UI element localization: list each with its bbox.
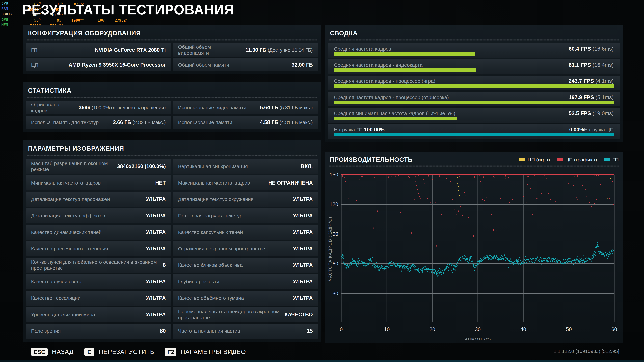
- data-point: [583, 259, 584, 260]
- data-point: [472, 263, 473, 264]
- data-point: [478, 261, 479, 262]
- data-point: [609, 198, 610, 199]
- fps-bar: [334, 84, 614, 88]
- data-point: [508, 260, 509, 261]
- data-point: [450, 181, 451, 182]
- data-point: [508, 267, 509, 268]
- data-point: [516, 261, 516, 262]
- footer-hint-c[interactable]: CПЕРЕЗАПУСТИТЬ: [84, 348, 154, 356]
- data-point: [380, 266, 381, 267]
- data-point: [441, 272, 442, 273]
- data-point: [456, 266, 456, 267]
- data-point: [488, 258, 489, 259]
- data-point: [501, 258, 502, 259]
- setting-label: Отражения в экранном пространстве: [178, 246, 265, 252]
- setting-value: КАЧЕСТВО: [284, 312, 313, 318]
- data-point: [462, 262, 462, 263]
- setting-value: УЛЬТРА: [293, 229, 313, 235]
- data-point: [410, 270, 410, 271]
- data-point: [374, 266, 374, 267]
- setting-value: УЛЬТРА: [293, 262, 313, 268]
- data-point: [394, 263, 395, 264]
- setting-label: Вертикальная синхронизация: [178, 163, 248, 169]
- data-point: [456, 264, 457, 265]
- data-point: [375, 265, 376, 266]
- data-point: [455, 270, 456, 271]
- data-point: [368, 264, 368, 265]
- data-point: [595, 252, 596, 253]
- data-point: [355, 261, 356, 263]
- data-point: [595, 253, 595, 254]
- setting-value: 3596 (100.0% от полного разрешения): [79, 105, 166, 111]
- data-point: [431, 270, 432, 271]
- data-point: [584, 261, 585, 262]
- data-point: [587, 258, 588, 259]
- setting-label: Использование памяти: [178, 119, 232, 125]
- footer-hint-esc[interactable]: ESCНАЗАД: [31, 348, 74, 356]
- data-point: [532, 259, 532, 260]
- data-point: [613, 252, 613, 253]
- data-point: [530, 262, 530, 263]
- data-point: [438, 275, 438, 276]
- data-point: [534, 175, 535, 176]
- panel-statistics-title: СТАТИСТИКА: [28, 87, 318, 94]
- data-point: [551, 258, 552, 259]
- data-point: [443, 271, 444, 272]
- data-point: [400, 212, 401, 213]
- x-tick-label: 40: [520, 327, 526, 332]
- x-tick-label: 50: [566, 327, 572, 332]
- footer-hint-f2[interactable]: F2ПАРАМЕТРЫ ВИДЕО: [165, 348, 246, 356]
- data-point: [493, 257, 494, 258]
- data-point: [480, 175, 480, 176]
- data-point: [479, 263, 480, 264]
- rtss-value: 50°C: [20, 17, 41, 23]
- data-point: [495, 255, 496, 256]
- data-point: [462, 255, 463, 256]
- data-point: [543, 258, 544, 259]
- data-point: [344, 264, 345, 265]
- data-point: [406, 266, 407, 267]
- data-point: [350, 263, 351, 264]
- data-point: [421, 269, 422, 270]
- data-point: [545, 258, 546, 259]
- data-point: [382, 268, 382, 269]
- data-point: [611, 250, 612, 251]
- data-point: [354, 260, 355, 261]
- data-point: [389, 266, 390, 267]
- data-point: [472, 262, 472, 263]
- setting-tile: Поле зрения80: [26, 324, 171, 339]
- data-point: [527, 259, 528, 260]
- data-point: [395, 175, 396, 177]
- data-point: [342, 254, 343, 255]
- data-point: [458, 259, 459, 260]
- data-point: [537, 256, 537, 257]
- panel-summary: СВОДКА Средняя частота кадров60.4 FPS (1…: [324, 25, 623, 142]
- data-point: [431, 273, 431, 274]
- data-point: [581, 260, 582, 261]
- setting-label: Качество рассеянного затенения: [31, 246, 108, 252]
- divider: [329, 166, 619, 167]
- data-point: [524, 261, 524, 262]
- setting-label: Кол-во лучей для глобального освещения в…: [31, 259, 160, 271]
- data-point: [600, 252, 601, 253]
- data-point: [466, 256, 466, 257]
- params-row: Уровень детализации мираУЛЬТРАПеременная…: [26, 307, 318, 322]
- data-point: [390, 262, 390, 263]
- data-point: [464, 255, 465, 256]
- version-text: 1.1.122.0 (10910933) [512.95]: [554, 349, 619, 354]
- data-point: [458, 186, 459, 187]
- setting-tile: Максимальная частота кадровНЕ ОГРАНИЧЕНА: [173, 175, 318, 190]
- data-point: [382, 267, 382, 268]
- data-point: [587, 196, 588, 197]
- data-point: [405, 264, 406, 265]
- data-point: [509, 260, 510, 261]
- data-point: [591, 206, 592, 207]
- data-point: [464, 192, 464, 193]
- data-point: [434, 202, 435, 203]
- data-point: [530, 265, 530, 266]
- legend-label: ЦП (графика): [565, 157, 597, 163]
- data-point: [496, 259, 496, 260]
- data-point: [359, 268, 360, 269]
- summary-value: 61.1 FPS (16.4ms): [568, 62, 614, 68]
- data-point: [524, 262, 525, 263]
